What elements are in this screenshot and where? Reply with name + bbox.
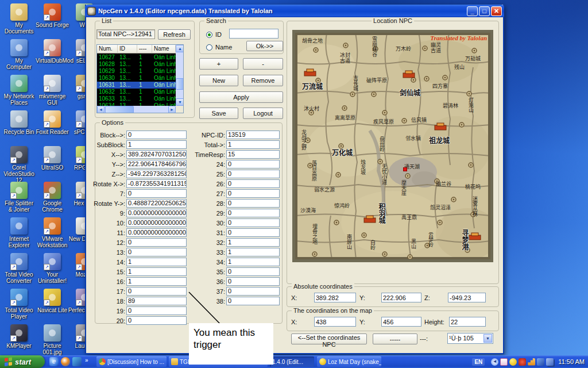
taskbar-task-2[interactable]: 1.4.0 (Edit... bbox=[270, 356, 314, 367]
option-field-right-0[interactable]: 13519 bbox=[226, 131, 280, 139]
search-by-name-radio[interactable] bbox=[206, 44, 212, 51]
desktop-icon-my-network-places[interactable]: My Network Places bbox=[2, 75, 36, 106]
tray-messenger-smiley-icon[interactable] bbox=[509, 358, 517, 366]
option-field-right-15[interactable]: 0 bbox=[226, 277, 280, 286]
table-row[interactable]: 1062813...1Oán Linh Ng bbox=[97, 61, 176, 68]
taskbar-task-0[interactable]: [Discussion] How to ... bbox=[96, 356, 167, 367]
plus-button[interactable]: + bbox=[199, 58, 238, 70]
tray-collapse-icon[interactable]: ◄ bbox=[491, 358, 498, 366]
map-x-field[interactable] bbox=[314, 317, 356, 327]
desktop-icon-vmware-workstation[interactable]: ↗VMware Workstation bbox=[36, 217, 69, 248]
option-field-right-12[interactable]: 1 bbox=[226, 248, 280, 256]
tray-app-icon[interactable] bbox=[537, 358, 544, 366]
table-row[interactable]: 1063113...1Oán Linh Ng bbox=[97, 82, 176, 89]
list-column-header[interactable]: ---- bbox=[137, 45, 152, 53]
quick-launch-overflow-icon[interactable]: » bbox=[85, 357, 92, 366]
option-field-right-6[interactable]: 0 bbox=[226, 189, 280, 198]
table-row[interactable]: 1062913...1Oán Linh Ng bbox=[97, 68, 176, 75]
option-field-left-18[interactable]: 0 bbox=[126, 306, 187, 315]
media-player-icon[interactable] bbox=[61, 357, 70, 366]
internet-explorer-icon[interactable]: e bbox=[49, 357, 59, 366]
abs-x-field[interactable] bbox=[314, 293, 356, 302]
option-field-right-4[interactable]: 0 bbox=[226, 170, 280, 178]
minimize-button[interactable]: _ bbox=[467, 6, 478, 16]
horizontal-scroll-thumb[interactable] bbox=[105, 106, 134, 113]
abs-z-field[interactable] bbox=[448, 293, 486, 302]
list-column-header[interactable]: Num. bbox=[97, 45, 118, 53]
option-field-right-5[interactable]: 0 bbox=[226, 179, 280, 188]
show-desktop-icon[interactable] bbox=[72, 357, 82, 366]
desktop-icon-internet-explorer[interactable]: Internet Explorer bbox=[2, 217, 36, 248]
map-y-field[interactable] bbox=[381, 317, 421, 327]
option-field-right-14[interactable]: 0 bbox=[226, 267, 280, 276]
option-field-right-2[interactable]: 15 bbox=[226, 150, 280, 159]
server-select[interactable]: ¹Ù·þ 105 ▼ bbox=[447, 333, 493, 344]
option-field-right-8[interactable]: 0 bbox=[226, 209, 280, 217]
desktop-icon-total-video-player[interactable]: ↗Total Video Player bbox=[2, 289, 36, 320]
desktop-icon-navicat-lite[interactable]: ↗Navicat Lite bbox=[36, 289, 69, 313]
option-field-right-11[interactable]: 1 bbox=[226, 238, 280, 247]
map-height-field[interactable] bbox=[449, 317, 486, 327]
desktop-icon-kmplayer[interactable]: ↗KMPlayer bbox=[2, 324, 36, 349]
list-vertical-scrollbar[interactable] bbox=[176, 45, 184, 106]
world-map[interactable]: 胡骨之地冰封 古道雪崩峡谷万木岭幽灵 古道万劫城残山万流城吉长城破阵平原剑仙城四… bbox=[292, 30, 493, 262]
desktop-icon-file-splitter-joiner[interactable]: ↗File Splitter & Joiner bbox=[2, 182, 36, 213]
scroll-right-icon[interactable]: ► bbox=[168, 106, 176, 113]
logout-button[interactable]: Logout bbox=[243, 108, 283, 119]
window-titlebar[interactable]: NpcGen v 1.4.0 (Editor npcgen.data) Tran… bbox=[85, 5, 504, 17]
desktop-icon-ultraiso[interactable]: ↗UltraISO bbox=[36, 146, 69, 171]
minus-button[interactable]: - bbox=[243, 58, 283, 70]
scroll-left-icon[interactable]: ◄ bbox=[97, 106, 105, 113]
option-field-right-16[interactable]: 0 bbox=[226, 287, 280, 296]
tray-antivirus-icon[interactable] bbox=[519, 358, 526, 366]
tray-phone-icon[interactable] bbox=[500, 358, 508, 366]
start-button[interactable]: start bbox=[0, 355, 45, 368]
desktop-icon-my-computer[interactable]: My Computer bbox=[2, 39, 36, 70]
desktop-icon-google-chrome[interactable]: ↗Google Chrome bbox=[36, 182, 69, 213]
tray-signal-icon[interactable] bbox=[528, 358, 535, 366]
new-button[interactable]: New bbox=[199, 75, 238, 86]
apply-button[interactable]: Apply bbox=[199, 91, 283, 103]
table-row[interactable]: 1063013...1Oán Linh Ng bbox=[97, 75, 176, 82]
option-field-right-13[interactable]: 1 bbox=[226, 258, 280, 266]
desktop-icon-your-uninstaller-[interactable]: ↗Your Uninstaller! bbox=[36, 253, 69, 284]
desktop-icon-virtualdubmod[interactable]: ↗VirtualDubMod bbox=[36, 39, 69, 64]
list-column-header[interactable]: ID bbox=[118, 45, 137, 53]
table-row[interactable]: 1063213...1Oán Linh Ng bbox=[97, 89, 176, 95]
tray-network-icon[interactable] bbox=[546, 358, 554, 366]
desktop-icon-sound-forge[interactable]: ↗Sound Forge bbox=[36, 3, 69, 28]
dash-button[interactable]: ----- bbox=[373, 334, 417, 344]
ok-button[interactable]: Ok->> bbox=[246, 41, 283, 51]
remove-button[interactable]: Remove bbox=[243, 75, 283, 86]
language-indicator[interactable]: EN bbox=[472, 358, 485, 366]
desktop-icon-my-documents[interactable]: My Documents bbox=[2, 3, 36, 34]
vertical-scroll-thumb[interactable] bbox=[176, 78, 184, 90]
chevron-down-icon[interactable]: ▼ bbox=[483, 334, 492, 343]
desktop-icon-corel-videostudio-12[interactable]: ↗Corel VideoStudio 12 bbox=[2, 146, 36, 183]
option-field-right-9[interactable]: 0 bbox=[226, 218, 280, 227]
scroll-down-icon[interactable]: ▼ bbox=[176, 98, 184, 106]
table-row[interactable]: 1062713...1Oán Linh Ng bbox=[97, 54, 176, 61]
search-input[interactable] bbox=[229, 29, 278, 39]
list-column-header[interactable]: Name bbox=[152, 45, 176, 53]
option-field-right-10[interactable]: 0 bbox=[226, 228, 280, 237]
save-button[interactable]: Save bbox=[199, 108, 238, 119]
taskbar-task-3[interactable]: Loz Mat Day (snake_... bbox=[317, 356, 381, 367]
maximize-button[interactable]: □ bbox=[479, 6, 490, 16]
taskbar-clock[interactable]: 11:50 AM bbox=[558, 358, 585, 365]
set-coordinates-button[interactable]: <--Set the coordinates NPC bbox=[291, 334, 367, 344]
desktop-icon-recycle-bin[interactable]: Recycle Bin bbox=[2, 110, 36, 135]
table-row[interactable]: 1063313...1Oán Linh Ng bbox=[97, 95, 176, 102]
option-field-left-19[interactable]: 0 bbox=[126, 316, 187, 325]
option-field-right-17[interactable]: 0 bbox=[226, 297, 280, 305]
desktop-icon-mkvmerge-gui[interactable]: ↗mkvmerge GUI bbox=[36, 75, 69, 106]
search-by-id-radio[interactable] bbox=[206, 32, 212, 38]
refresh-button[interactable]: Refresh bbox=[158, 29, 191, 40]
abs-y-field[interactable] bbox=[381, 293, 421, 302]
option-field-right-1[interactable]: 1 bbox=[226, 140, 280, 149]
npc-list[interactable]: Num.ID----Name1062713...1Oán Linh Ng1062… bbox=[96, 44, 184, 113]
close-button[interactable]: ✕ bbox=[491, 6, 502, 16]
desktop-icon-total-video-converter[interactable]: ↗Total Video Converter bbox=[2, 253, 36, 284]
desktop-icon-picture-001-jpg[interactable]: Picture 001.jpg bbox=[36, 324, 69, 355]
desktop-icon-foxit-reader[interactable]: ↗Foxit Reader bbox=[36, 110, 69, 135]
